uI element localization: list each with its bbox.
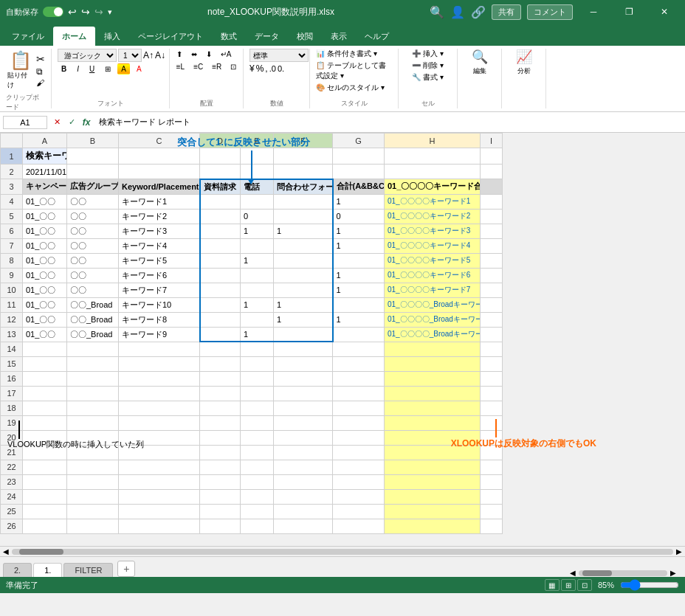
cell-E25[interactable] bbox=[241, 504, 274, 519]
col-header-e[interactable]: E bbox=[241, 134, 274, 148]
cell-I11[interactable] bbox=[481, 297, 503, 312]
cell-H2[interactable] bbox=[385, 165, 481, 179]
cell-H13[interactable]: 01_〇〇〇〇_Broadキーワード9 bbox=[385, 327, 481, 342]
zoom-slider[interactable] bbox=[620, 579, 679, 591]
align-center-button[interactable]: ≡C bbox=[190, 61, 207, 72]
cell-A12[interactable]: 01_〇〇 bbox=[23, 312, 67, 327]
cell-E3[interactable]: 電話 bbox=[241, 179, 274, 195]
cell-D25[interactable] bbox=[200, 504, 241, 519]
cell-I7[interactable] bbox=[481, 238, 503, 253]
cell-B9[interactable]: 〇〇 bbox=[67, 268, 119, 283]
cell-I5[interactable] bbox=[481, 209, 503, 224]
cell-I21[interactable] bbox=[481, 445, 503, 460]
cell-B22[interactable] bbox=[67, 460, 119, 474]
cell-H14[interactable] bbox=[385, 342, 481, 356]
cell-E2[interactable] bbox=[241, 165, 274, 179]
delete-cells-button[interactable]: ➖ 削除 ▾ bbox=[412, 60, 444, 71]
cell-F9[interactable] bbox=[274, 268, 333, 283]
cell-C22[interactable] bbox=[119, 460, 200, 474]
cell-I24[interactable] bbox=[481, 489, 503, 504]
cell-H5[interactable]: 01_〇〇〇〇キーワード2 bbox=[385, 209, 481, 224]
cell-D26[interactable] bbox=[200, 519, 241, 533]
horizontal-scrollbar-thumb[interactable] bbox=[19, 549, 63, 555]
autosave-toggle[interactable] bbox=[43, 7, 63, 17]
cell-I17[interactable] bbox=[481, 386, 503, 401]
cell-D17[interactable] bbox=[200, 386, 241, 401]
cell-I20[interactable] bbox=[481, 430, 503, 445]
cell-D7[interactable] bbox=[200, 238, 241, 253]
cell-C14[interactable] bbox=[119, 342, 200, 356]
decrease-decimal-button[interactable]: 0. bbox=[278, 64, 284, 73]
bold-button[interactable]: B bbox=[58, 63, 70, 75]
cell-E7[interactable] bbox=[241, 238, 274, 253]
fill-color-button[interactable]: A bbox=[117, 63, 130, 75]
minimize-button[interactable]: ─ bbox=[579, 0, 608, 24]
cell-A9[interactable]: 01_〇〇 bbox=[23, 268, 67, 283]
confirm-formula-button[interactable]: ✓ bbox=[65, 116, 78, 129]
cell-G19[interactable] bbox=[333, 415, 385, 430]
cell-I6[interactable] bbox=[481, 224, 503, 238]
cell-A5[interactable]: 01_〇〇 bbox=[23, 209, 67, 224]
cell-G22[interactable] bbox=[333, 460, 385, 474]
cell-C17[interactable] bbox=[119, 386, 200, 401]
cell-D16[interactable] bbox=[200, 371, 241, 386]
cell-H17[interactable] bbox=[385, 386, 481, 401]
col-header-i[interactable]: I bbox=[481, 134, 503, 148]
cell-H7[interactable]: 01_〇〇〇〇キーワード4 bbox=[385, 238, 481, 253]
cell-I10[interactable] bbox=[481, 283, 503, 297]
cell-F10[interactable] bbox=[274, 283, 333, 297]
cell-B18[interactable] bbox=[67, 401, 119, 415]
cell-H23[interactable] bbox=[385, 474, 481, 489]
table-format-button[interactable]: 📋 テーブルとして書式設定 ▾ bbox=[316, 60, 392, 81]
cell-H22[interactable] bbox=[385, 460, 481, 474]
cell-G20[interactable] bbox=[333, 430, 385, 445]
cell-E4[interactable] bbox=[241, 194, 274, 209]
sheet-tab-1[interactable]: 1. bbox=[33, 563, 62, 577]
cell-E11[interactable]: 1 bbox=[241, 297, 274, 312]
increase-font-icon[interactable]: A↑ bbox=[143, 50, 154, 60]
cell-E24[interactable] bbox=[241, 489, 274, 504]
font-selector[interactable]: 游ゴシック bbox=[58, 49, 117, 62]
cell-G10[interactable]: 1 bbox=[333, 283, 385, 297]
cell-B1[interactable] bbox=[67, 148, 119, 165]
cell-F13[interactable] bbox=[274, 327, 333, 342]
cell-D3[interactable]: 資料請求 bbox=[200, 179, 241, 195]
cell-G12[interactable]: 1 bbox=[333, 312, 385, 327]
cell-I14[interactable] bbox=[481, 342, 503, 356]
cell-F19[interactable] bbox=[274, 415, 333, 430]
sheet-scroll-right-button[interactable]: ▶ bbox=[670, 569, 676, 577]
cell-F1[interactable] bbox=[274, 148, 333, 165]
cell-A3[interactable]: キャンペーン bbox=[23, 179, 67, 195]
cell-G17[interactable] bbox=[333, 386, 385, 401]
cell-G21[interactable] bbox=[333, 445, 385, 460]
cell-I19[interactable] bbox=[481, 415, 503, 430]
cell-I16[interactable] bbox=[481, 371, 503, 386]
cell-B20[interactable] bbox=[67, 430, 119, 445]
cell-I9[interactable] bbox=[481, 268, 503, 283]
insert-cells-button[interactable]: ➕ 挿入 ▾ bbox=[412, 49, 444, 59]
cancel-formula-button[interactable]: ✕ bbox=[50, 116, 63, 129]
cell-A17[interactable] bbox=[23, 386, 67, 401]
cell-F15[interactable] bbox=[274, 356, 333, 371]
cell-H12[interactable]: 01_〇〇〇〇_Broadキーワード8 bbox=[385, 312, 481, 327]
cell-H21[interactable] bbox=[385, 445, 481, 460]
cell-I22[interactable] bbox=[481, 460, 503, 474]
cell-G14[interactable] bbox=[333, 342, 385, 356]
add-sheet-button[interactable]: + bbox=[117, 561, 135, 577]
cell-H26[interactable] bbox=[385, 519, 481, 533]
cell-G18[interactable] bbox=[333, 401, 385, 415]
cell-B13[interactable]: 〇〇_Broad bbox=[67, 327, 119, 342]
cell-F24[interactable] bbox=[274, 489, 333, 504]
cell-I1[interactable] bbox=[481, 148, 503, 165]
cell-G8[interactable] bbox=[333, 253, 385, 268]
cell-D13[interactable] bbox=[200, 327, 241, 342]
align-bottom-button[interactable]: ⬇ bbox=[202, 49, 216, 60]
cell-G1[interactable] bbox=[333, 148, 385, 165]
close-button[interactable]: ✕ bbox=[650, 0, 679, 24]
cell-F25[interactable] bbox=[274, 504, 333, 519]
align-top-button[interactable]: ⬆ bbox=[173, 49, 186, 60]
cell-H18[interactable] bbox=[385, 401, 481, 415]
cell-E20[interactable] bbox=[241, 430, 274, 445]
cell-C16[interactable] bbox=[119, 371, 200, 386]
cell-H16[interactable] bbox=[385, 371, 481, 386]
